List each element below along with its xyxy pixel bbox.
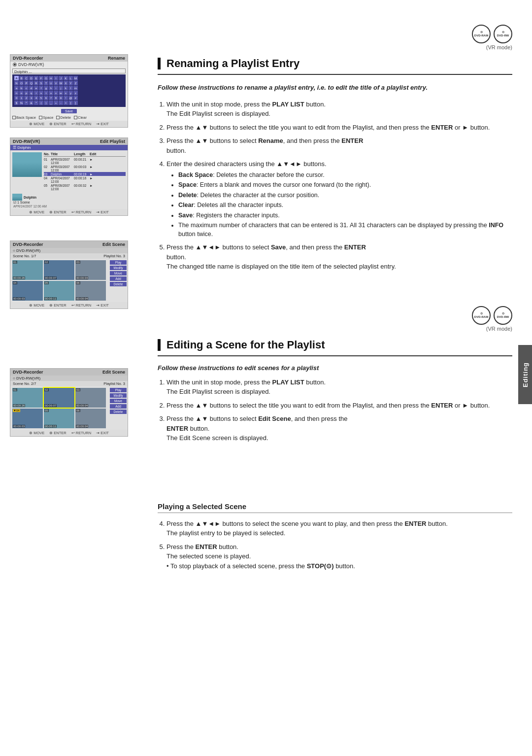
sub-section-heading: Playing a Selected Scene — [158, 502, 512, 513]
dolphin-thumbnail — [12, 152, 42, 177]
section2-steps: With the unit in stop mode, press the PL… — [158, 378, 512, 443]
move-button[interactable]: Move — [110, 271, 127, 275]
playlist-nav-row: ⊕ MOVE ⊕ ENTER ↩ RETURN ⇥ EXIT — [10, 209, 128, 215]
play-button[interactable]: Play — [110, 260, 127, 265]
step2-3: Press the ▲▼ buttons to select Edit Scen… — [166, 414, 512, 443]
rename-screen-subheader: DVD-RW(VR) — [18, 62, 44, 67]
sub-section-playing: Playing a Selected Scene Press the ▲▼◄► … — [158, 502, 512, 571]
checkbox-row: Back Space Space Delete Clear — [10, 114, 128, 121]
add-button[interactable]: Add — [110, 276, 127, 281]
editing-side-tab: Editing — [518, 345, 532, 404]
rename-screen: DVD-Recorder Rename DVD-RW(VR) Dolphin .… — [10, 54, 128, 128]
edit-scene-buttons-2: Play Modify Move Add Delete — [110, 388, 127, 414]
delete-button[interactable]: Delete — [110, 282, 127, 286]
edit-scene-buttons: Play Modify Move Add Delete — [110, 260, 127, 286]
modify-button-2[interactable]: Modify — [110, 393, 127, 398]
step4: Enter the desired characters using the ▲… — [166, 159, 512, 239]
step2-2: Press the ▲▼ buttons to select the title… — [166, 401, 512, 411]
modify-button[interactable]: Modify — [110, 266, 127, 270]
section1-intro: Follow these instructions to rename a pl… — [158, 83, 512, 93]
play-button-2[interactable]: Play — [110, 388, 127, 392]
add-button-2[interactable]: Add — [110, 404, 127, 409]
step5: Press the ▲▼◄► buttons to select Save, a… — [166, 242, 512, 272]
step2-4: Press the ▲▼◄► buttons to select the sce… — [166, 519, 512, 538]
dvd-ram-icon-2: ⊙ DVD-RAM — [472, 306, 491, 325]
char-grid: A B C D E F G H I J K L M — [12, 74, 126, 107]
section2-heading: Editing a Scene for the Playlist — [158, 339, 512, 356]
section1: ⊙ DVD-RAM ⊙ DVD-RW (VR mode) — [158, 25, 512, 272]
section1-heading: Renaming a Playlist Entry — [158, 57, 512, 75]
vr-mode-label-2: (VR mode) — [472, 326, 512, 332]
step3: Press the ▲▼ buttons to select Rename, a… — [166, 136, 512, 155]
move-button-2[interactable]: Move — [110, 399, 127, 403]
edit-scene-screen-1: DVD-Recorder Edit Scene ○ DVD-RW(VR) Sce… — [10, 241, 128, 309]
step1: With the unit in stop mode, press the PL… — [166, 100, 512, 119]
delete-button-2[interactable]: Delete — [110, 410, 127, 414]
scene-no-label: Scene No. 1/7 — [13, 254, 36, 258]
dvd-ram-icon: ⊙ DVD-RAM — [472, 25, 491, 43]
edit-scene-header-right: Edit Scene — [102, 242, 125, 247]
edit-scene-header-left: DVD-Recorder — [13, 242, 43, 247]
edit-scene-2-header-left: DVD-Recorder — [13, 370, 43, 375]
scene-no-2-label: Scene No. 2/7 — [13, 381, 36, 386]
vr-mode-label: (VR mode) — [472, 44, 512, 50]
edit-scene-2-header-right: Edit Scene — [102, 370, 125, 375]
rename-screen-header-right: Rename — [108, 56, 125, 61]
dvd-rw-icon: ⊙ DVD-RW — [494, 25, 512, 43]
step2-1: With the unit in stop mode, press the PL… — [166, 378, 512, 397]
dvd-rw-icon-2: ⊙ DVD-RW — [494, 306, 512, 325]
edit-scene-nav-row-2: ⊕ MOVE ⊕ ENTER ↩ RETURN ⇥ EXIT — [10, 430, 128, 436]
rename-input-bar: Dolphin ... — [12, 69, 126, 73]
edit-scene-screen-2: DVD-Recorder Edit Scene ○ DVD-RW(VR) Sce… — [10, 368, 128, 437]
rename-nav-row: ⊕ MOVE ⊕ ENTER ↩ RETURN ⇥ EXIT — [10, 121, 128, 127]
edit-playlist-screen: DVD-RW(VR) Edit Playlist ☰ Dolphin No. T… — [10, 137, 128, 216]
step2: Press the ▲▼ buttons to select the title… — [166, 123, 512, 133]
section2: ⊙ DVD-RAM ⊙ DVD-RW (VR mode) — [158, 306, 512, 571]
playlist-subheader: ☰ Dolphin — [10, 145, 128, 150]
step2-5: Press the ENTER button. The selected sce… — [166, 542, 512, 571]
edit-scene-nav-row-1: ⊕ MOVE ⊕ ENTER ↩ RETURN ⇥ EXIT — [10, 302, 128, 309]
save-button-screen[interactable]: Save — [61, 109, 77, 113]
section2-sub-steps: Press the ▲▼◄► buttons to select the sce… — [158, 519, 512, 571]
playlist-screen-header-right: Edit Playlist — [100, 139, 125, 144]
playlist-no-label: Playlist No. 3 — [103, 254, 125, 258]
rename-input-text: Dolphin ... — [14, 69, 32, 74]
playlist-info: Dolphin ☑ 1 Scene APR/24/2007 12:00 AM — [10, 193, 128, 209]
playlist-screen-header-left: DVD-RW(VR) — [13, 139, 40, 144]
section1-steps: With the unit in stop mode, press the PL… — [158, 100, 512, 272]
playlist-no-2-label: Playlist No. 3 — [103, 381, 125, 386]
playlist-table: No. Title Length Edit 01 APR/03/2007 12:… — [44, 152, 126, 191]
rename-screen-header-left: DVD-Recorder — [13, 56, 43, 61]
section2-intro: Follow these instructions to edit scenes… — [158, 364, 512, 372]
